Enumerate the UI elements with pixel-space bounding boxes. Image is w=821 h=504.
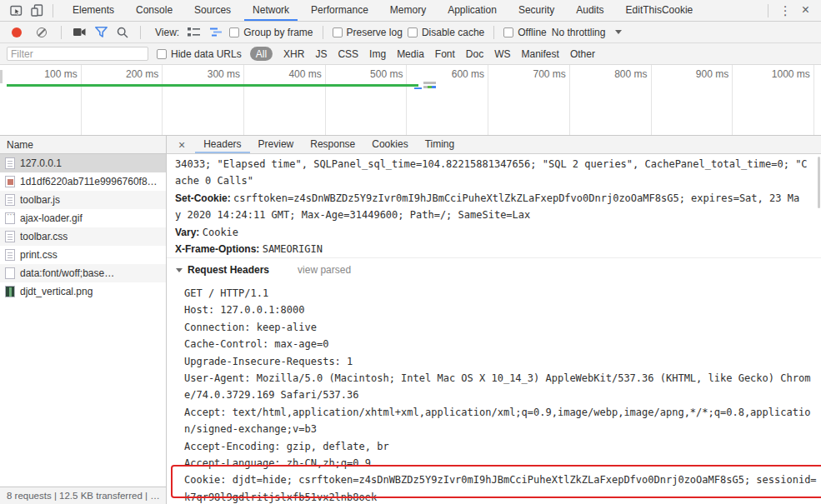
detail-tab-preview[interactable]: Preview — [250, 136, 303, 153]
type-filter-doc[interactable]: Doc — [466, 48, 483, 60]
detail-tab-response[interactable]: Response — [302, 136, 363, 153]
request-header-line: Cache-Control: max-age=0 — [167, 336, 821, 352]
overview-waterfall-bar — [423, 82, 436, 84]
detail-scrollbar[interactable] — [818, 157, 820, 208]
offline-toggle[interactable]: Offline — [503, 27, 546, 38]
disable-cache-toggle[interactable]: Disable cache — [408, 27, 484, 38]
large-request-rows-icon[interactable] — [186, 25, 203, 40]
panel-tab-elements[interactable]: Elements — [64, 0, 123, 21]
network-summary-bar: 8 requests | 12.5 KB transferred | … — [0, 487, 166, 504]
request-row[interactable]: 1d1df6220ab711e9996760f8… — [0, 172, 166, 191]
response-header-line: Vary: Cookie — [167, 224, 821, 241]
header-value: 34033; "Elapsed time", SQLPanel_sql_time… — [175, 158, 808, 170]
type-filter-css[interactable]: CSS — [338, 48, 358, 60]
type-filter-all[interactable]: All — [250, 47, 273, 61]
throttling-select[interactable]: No throttling — [552, 27, 623, 38]
show-overview-icon[interactable] — [208, 25, 224, 40]
hide-data-urls-checkbox[interactable] — [157, 49, 167, 59]
file-type-icon — [5, 249, 15, 261]
panel-tabs: ElementsConsoleSourcesNetworkPerformance… — [64, 0, 763, 21]
panel-tab-console[interactable]: Console — [128, 0, 181, 21]
request-detail-pane: × HeadersPreviewResponseCookiesTiming 34… — [167, 136, 821, 504]
group-by-frame-checkbox[interactable] — [229, 27, 239, 37]
timeline-tick: 800 ms — [570, 65, 652, 135]
request-header-line: Accept-Language: zh-CN,zh;q=0.9 — [167, 455, 821, 472]
response-header-line: 34033; "Elapsed time", SQLPanel_sql_time… — [167, 156, 821, 172]
search-icon[interactable] — [114, 25, 131, 40]
panel-tab-editthiscookie[interactable]: EditThisCookie — [618, 0, 702, 21]
file-type-icon — [5, 194, 15, 206]
timeline-tick: 300 ms — [163, 65, 244, 135]
type-filter-img[interactable]: Img — [369, 48, 386, 60]
filter-input[interactable] — [7, 47, 148, 61]
network-filter-bar: Hide data URLs AllXHRJSCSSImgMediaFontDo… — [0, 43, 821, 65]
overview-drag-handle[interactable] — [0, 70, 3, 83]
overview-domcontent-tick — [414, 87, 422, 89]
request-row[interactable]: toolbar.js — [0, 191, 166, 209]
type-filter-js[interactable]: JS — [315, 48, 327, 60]
preserve-log-checkbox[interactable] — [333, 27, 343, 37]
detail-tab-timing[interactable]: Timing — [417, 136, 463, 153]
request-header-line: Accept-Encoding: gzip, deflate, br — [167, 438, 821, 455]
panel-tab-application[interactable]: Application — [439, 0, 505, 21]
devtools-tabbar: ElementsConsoleSourcesNetworkPerformance… — [0, 0, 821, 22]
throttling-value: No throttling — [552, 27, 606, 38]
detail-tab-cookies[interactable]: Cookies — [363, 136, 416, 153]
panel-tab-network[interactable]: Network — [244, 0, 298, 21]
timeline-tick: 100 ms — [0, 65, 82, 135]
request-row[interactable]: djdt_vertical.png — [0, 282, 166, 301]
request-row[interactable]: data:font/woff;base… — [0, 264, 166, 282]
panel-tab-sources[interactable]: Sources — [186, 0, 239, 21]
type-filter-other[interactable]: Other — [570, 48, 595, 60]
type-filter-font[interactable]: Font — [435, 48, 455, 60]
detail-tab-headers[interactable]: Headers — [195, 136, 249, 153]
panel-tab-audits[interactable]: Audits — [568, 0, 612, 21]
timeline-tick: 900 ms — [652, 65, 733, 135]
request-header-line: Accept: text/html,application/xhtml+xml,… — [167, 404, 821, 421]
network-toolbar: View: Group by frame Preserve log Disa — [0, 22, 821, 43]
inspect-element-icon[interactable] — [5, 1, 27, 21]
type-filter-xhr[interactable]: XHR — [283, 48, 304, 60]
view-label: View: — [155, 27, 179, 38]
record-network-log-button[interactable] — [12, 27, 22, 37]
type-filter-manifest[interactable]: Manifest — [522, 48, 559, 60]
close-detail-icon[interactable]: × — [172, 138, 192, 152]
type-filter-media[interactable]: Media — [397, 48, 424, 60]
resource-type-filters: AllXHRJSCSSImgMediaFontDocWSManifestOthe… — [250, 47, 595, 61]
divider — [323, 26, 323, 39]
type-filter-ws[interactable]: WS — [494, 48, 510, 60]
chevron-down-icon — [615, 30, 622, 34]
request-row[interactable]: toolbar.css — [0, 227, 166, 246]
network-overview[interactable]: 100 ms200 ms300 ms400 ms500 ms600 ms700 … — [0, 65, 821, 136]
request-header-line: Host: 127.0.0.1:8000 — [167, 302, 821, 318]
panel-tab-security[interactable]: Security — [510, 0, 563, 21]
offline-checkbox[interactable] — [503, 27, 513, 37]
response-header-line: y 2020 14:24:11 GMT; Max-Age=31449600; P… — [167, 207, 821, 223]
filter-icon[interactable] — [93, 25, 109, 40]
summary-text: 8 requests | 12.5 KB transferred | … — [7, 491, 160, 501]
request-name: data:font/woff;base… — [20, 267, 114, 279]
clear-network-log-button[interactable] — [37, 27, 47, 37]
hide-data-urls-toggle[interactable]: Hide data URLs — [157, 48, 242, 60]
name-column-header[interactable]: Name — [0, 136, 166, 154]
view-parsed-link[interactable]: view parsed — [298, 264, 351, 276]
close-devtools-icon[interactable]: × — [798, 2, 816, 19]
disable-cache-checkbox[interactable] — [408, 27, 418, 37]
more-options-icon[interactable]: ⋮ — [773, 3, 798, 18]
group-by-frame-toggle[interactable]: Group by frame — [229, 27, 313, 38]
request-headers-section-header[interactable]: Request Headers view parsed — [176, 260, 351, 280]
request-name: 127.0.0.1 — [20, 157, 62, 169]
header-name: Set-Cookie: — [175, 192, 233, 204]
toggle-device-toolbar-icon[interactable] — [27, 1, 48, 21]
panel-tab-performance[interactable]: Performance — [303, 0, 377, 21]
preserve-log-toggle[interactable]: Preserve log — [333, 27, 403, 38]
overview-waterfall-bar — [423, 86, 436, 88]
panel-tab-memory[interactable]: Memory — [382, 0, 434, 21]
group-by-frame-label: Group by frame — [243, 27, 313, 38]
network-main: Name 127.0.0.11d1df6220ab711e9996760f8…t… — [0, 136, 821, 504]
capture-screenshots-icon[interactable] — [71, 25, 88, 40]
header-value: csrftoken=z4sDnWBZDz5Y9zIvr0mI9hJBmCciPu… — [233, 192, 799, 204]
request-row[interactable]: 127.0.0.1 — [0, 154, 166, 172]
request-row[interactable]: print.css — [0, 246, 166, 264]
request-row[interactable]: ajax-loader.gif — [0, 209, 166, 227]
